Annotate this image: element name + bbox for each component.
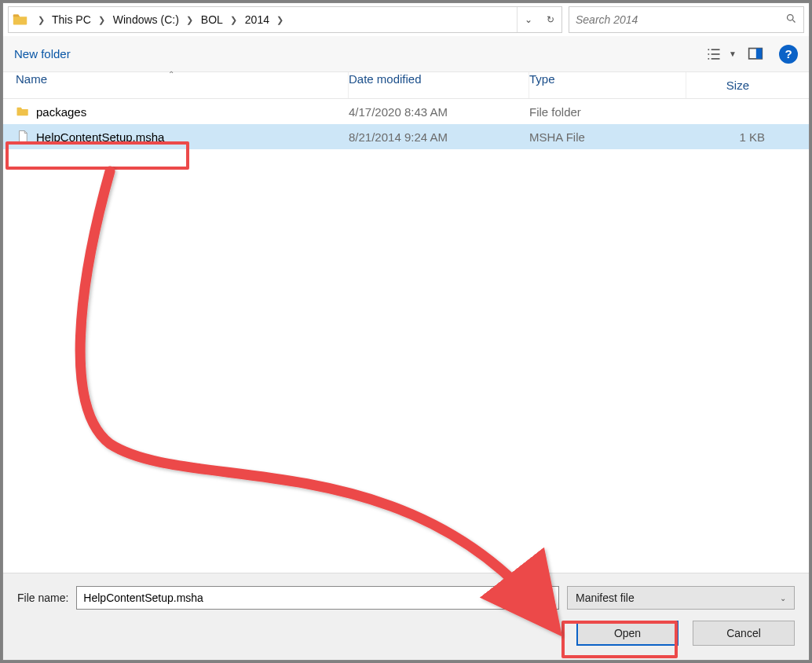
breadcrumb-segment[interactable]: 2014: [241, 7, 273, 32]
cancel-button[interactable]: Cancel: [693, 621, 795, 646]
file-name-dropdown-button[interactable]: ⌄: [541, 587, 558, 609]
breadcrumb-segment[interactable]: BOL: [197, 7, 227, 32]
search-icon: [785, 13, 797, 27]
file-name: packages: [36, 105, 349, 119]
column-header-size[interactable]: Size: [686, 79, 773, 92]
column-header-date[interactable]: Date modified: [349, 72, 529, 98]
new-folder-button[interactable]: New folder: [14, 47, 71, 60]
chevron-right-icon[interactable]: ❯: [183, 15, 197, 25]
search-input[interactable]: [576, 13, 785, 26]
folder-icon: [12, 11, 29, 28]
chevron-right-icon[interactable]: ❯: [34, 15, 48, 25]
file-list[interactable]: packages4/17/2020 8:43 AMFile folderHelp…: [3, 99, 809, 573]
sort-ascending-icon: ⌃: [168, 70, 174, 79]
file-row[interactable]: HelpContentSetup.msha8/21/2014 9:24 AMMS…: [3, 124, 809, 149]
file-icon: [16, 130, 30, 144]
search-box[interactable]: [569, 6, 804, 33]
chevron-down-icon: ▼: [729, 49, 737, 58]
open-button[interactable]: Open: [576, 621, 678, 646]
file-name-combo[interactable]: ⌄: [76, 586, 559, 610]
file-name-label: File name:: [17, 592, 68, 604]
view-options-button[interactable]: ▼: [699, 43, 741, 65]
file-size: 1 KB: [686, 130, 809, 144]
file-type: File folder: [529, 105, 686, 119]
chevron-right-icon[interactable]: ❯: [227, 15, 241, 25]
file-type-filter[interactable]: Manifest file ⌄: [567, 586, 795, 610]
help-button[interactable]: ?: [779, 45, 798, 64]
file-type: MSHA File: [529, 130, 686, 144]
chevron-right-icon[interactable]: ❯: [273, 15, 287, 25]
file-type-filter-label: Manifest file: [576, 592, 635, 604]
svg-point-0: [788, 15, 794, 21]
column-header-type[interactable]: Type: [529, 72, 686, 98]
file-date: 8/21/2014 9:24 AM: [349, 130, 529, 144]
file-name: HelpContentSetup.msha: [36, 130, 349, 144]
chevron-down-icon: ⌄: [780, 594, 786, 603]
file-name-input[interactable]: [77, 592, 541, 604]
file-row[interactable]: packages4/17/2020 8:43 AMFile folder: [3, 99, 809, 124]
refresh-button[interactable]: ↻: [540, 7, 561, 32]
chevron-right-icon[interactable]: ❯: [95, 15, 109, 25]
file-date: 4/17/2020 8:43 AM: [349, 105, 529, 119]
column-header-row: Name ⌃ Date modified Type Size: [3, 72, 809, 99]
address-dropdown-button[interactable]: ⌄: [518, 7, 540, 32]
column-header-name[interactable]: Name ⌃: [3, 72, 349, 98]
preview-pane-button[interactable]: [741, 43, 770, 65]
breadcrumb-segment[interactable]: This PC: [48, 7, 95, 32]
folder-icon: [16, 104, 30, 119]
breadcrumb-segment[interactable]: Windows (C:): [109, 7, 183, 32]
svg-line-1: [792, 20, 795, 22]
svg-rect-9: [756, 48, 763, 58]
address-bar[interactable]: ❯ This PC ❯ Windows (C:) ❯ BOL ❯ 2014 ❯ …: [8, 6, 562, 33]
